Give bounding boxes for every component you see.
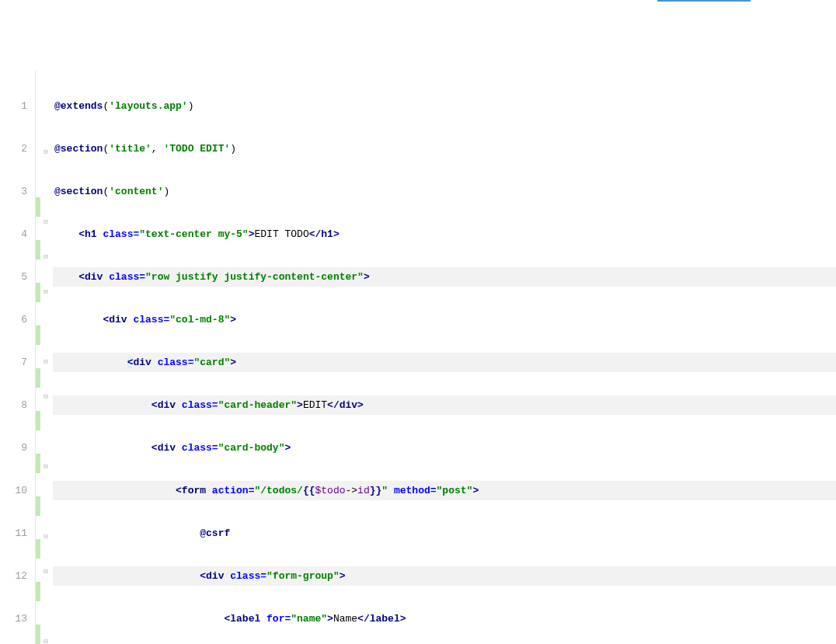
line-number[interactable]: 10 [0, 481, 27, 500]
line-number[interactable]: 12 [0, 566, 27, 586]
code-line[interactable]: <div class="col-md-8"> [53, 310, 836, 329]
code-line[interactable]: @section('title', 'TODO EDIT') [53, 139, 836, 158]
line-number[interactable]: 4 [0, 225, 27, 244]
line-number[interactable]: 13 [0, 609, 27, 628]
code-line[interactable]: <div class="form-group"> [53, 566, 836, 586]
fold-toggle-icon[interactable]: ⊟ [40, 143, 51, 162]
line-number-gutter[interactable]: 1 2 3 4 5 6 7 8 9 10 11 12 13 14 15 16 1… [0, 70, 36, 644]
line-number[interactable]: 9 [0, 438, 27, 458]
fold-toggle-icon[interactable]: ⊟ [40, 632, 51, 644]
code-line[interactable]: @section('content') [53, 182, 836, 201]
fold-toggle-icon[interactable]: ⊟ [40, 283, 51, 302]
line-number[interactable]: 6 [0, 310, 27, 329]
line-number[interactable]: 3 [0, 182, 27, 201]
code-line[interactable]: <label for="name">Name</label> [53, 609, 836, 628]
code-line[interactable]: @csrf [53, 524, 836, 543]
code-line[interactable]: <form action="/todos/{{$todo->id}}" meth… [53, 481, 836, 500]
fold-toggle-icon[interactable]: ⊟ [40, 527, 51, 547]
active-tab-indicator [657, 0, 751, 2]
code-line[interactable]: <div class="card"> [53, 353, 836, 372]
fold-toggle-icon[interactable]: ⊟ [40, 458, 51, 477]
line-number[interactable]: 8 [0, 395, 27, 415]
code-line[interactable]: <div class="card-header">EDIT</div> [53, 395, 836, 415]
line-number[interactable]: 2 [0, 139, 27, 158]
folding-gutter: ⊟ ⊟ ⊟ ⊟ ⊟ ⊟ ⊟ ⊟ ⊟ ⊟ ⊟ ⊟ ⊟ ⊟ ⊟ ⊟ ⊟ ⊟ ⊟ [40, 70, 51, 644]
fold-toggle-icon[interactable]: ⊟ [40, 248, 51, 267]
fold-toggle-icon[interactable]: ⊟ [40, 388, 51, 407]
line-number[interactable]: 5 [0, 267, 27, 287]
line-number[interactable]: 7 [0, 353, 27, 372]
fold-toggle-icon[interactable]: ⊟ [40, 353, 51, 372]
code-line[interactable]: <div class="card-body"> [53, 438, 836, 458]
code-line[interactable]: <h1 class="text-center my-5">EDIT TODO</… [53, 225, 836, 244]
code-line[interactable]: @extends('layouts.app') [53, 96, 836, 116]
line-number[interactable]: 1 [0, 96, 27, 116]
line-number[interactable]: 11 [0, 524, 27, 543]
code-line[interactable]: <div class="row justify justify-content-… [53, 267, 836, 287]
fold-toggle-icon[interactable]: ⊟ [40, 562, 51, 582]
fold-toggle-icon[interactable]: ⊟ [40, 213, 51, 232]
code-content[interactable]: @extends('layouts.app') @section('title'… [51, 70, 836, 644]
code-editor: 1 2 3 4 5 6 7 8 9 10 11 12 13 14 15 16 1… [0, 70, 836, 644]
